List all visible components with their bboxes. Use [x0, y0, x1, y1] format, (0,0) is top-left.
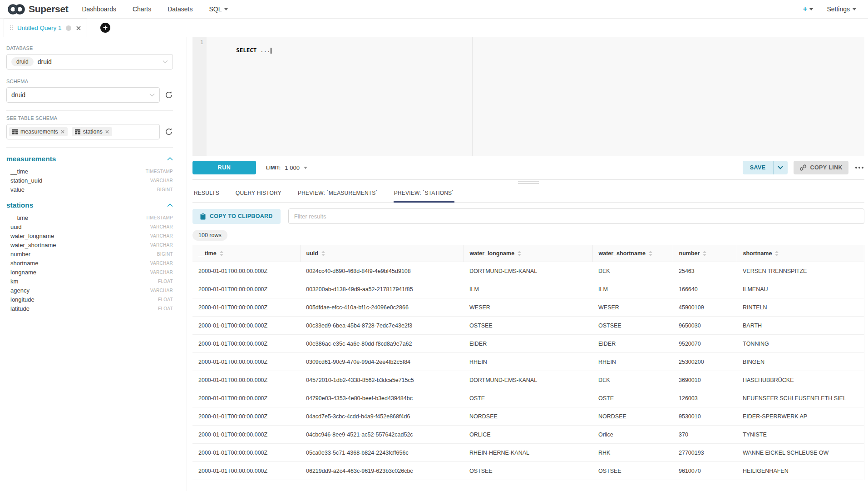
copy-link-button[interactable]: COPY LINK — [794, 161, 848, 174]
cell-time: 2000-01-01T00:00:00.000Z — [192, 335, 300, 353]
cell-number: 9610070 — [673, 462, 737, 480]
column-type: FLOAT — [158, 279, 173, 284]
schema-column-row: shortname VARCHAR — [6, 258, 173, 268]
refresh-tables-icon[interactable] — [165, 128, 173, 136]
filter-results-input[interactable] — [288, 208, 864, 224]
nav-charts[interactable]: Charts — [133, 5, 151, 13]
database-label: DATABASE — [6, 45, 173, 51]
tab-results[interactable]: RESULTS — [193, 185, 220, 203]
cell-number: 45900109 — [673, 298, 737, 317]
pane-resize-handle[interactable] — [192, 180, 864, 185]
nav-dashboards[interactable]: Dashboards — [82, 5, 116, 13]
column-header[interactable]: shortname — [737, 245, 864, 262]
sort-icon[interactable] — [775, 251, 779, 256]
cell-water-shortname: RHK — [592, 444, 673, 462]
schema-value: druid — [11, 91, 25, 99]
remove-table-icon[interactable] — [61, 130, 64, 134]
column-header-label: __time — [198, 250, 217, 257]
drag-handle-icon[interactable] — [10, 25, 13, 30]
sort-icon[interactable] — [518, 251, 521, 256]
cell-shortname: BARTH — [737, 317, 864, 335]
selected-table-tag: measurements — [9, 127, 68, 136]
superset-logo[interactable]: Superset — [7, 4, 68, 15]
column-name: station_uuid — [10, 177, 42, 184]
cell-water-shortname: Orlice — [592, 426, 673, 444]
schema-column-row: value BIGINT — [6, 185, 173, 194]
save-button[interactable]: SAVE — [743, 161, 788, 174]
table-row: 2000-01-01T00:00:00.000Z 0309cd61-90c9-4… — [192, 353, 864, 371]
cell-shortname: NEUENSEER SCHLEUSENFLETH SIEL — [737, 389, 864, 407]
table-row: 2000-01-01T00:00:00.000Z 005dfdae-efcc-4… — [192, 298, 864, 317]
column-header[interactable]: water_longname — [464, 245, 592, 262]
run-button[interactable]: RUN — [192, 161, 256, 174]
cell-uuid: 04790e03-4353-4e80-beef-b3ed439484bc — [300, 389, 464, 407]
sort-icon[interactable] — [703, 251, 706, 256]
column-name: uuid — [10, 223, 22, 230]
superset-infinity-icon — [7, 4, 25, 15]
measurements-columns: __time TIMESTAMP station_uuid VARCHAR va… — [6, 167, 173, 194]
chevron-up-icon[interactable] — [167, 157, 173, 161]
new-item-button[interactable]: + — [803, 5, 813, 14]
tab-preview-stations[interactable]: PREVIEW: `STATIONS` — [394, 185, 454, 203]
line-number: 1 — [192, 39, 203, 46]
selected-table-tag: stations — [72, 127, 112, 136]
table-header-row: __time uuid — [192, 245, 864, 262]
column-header[interactable]: uuid — [300, 245, 464, 262]
cell-shortname: TÖNNING — [737, 335, 864, 353]
tab-preview-measurements[interactable]: PREVIEW: `MEASUREMENTS` — [297, 185, 378, 203]
cell-uuid: 04cbc946-8ee9-4521-ac52-557642cad52c — [300, 426, 464, 444]
sort-icon[interactable] — [220, 251, 223, 256]
database-select[interactable]: druid druid — [6, 54, 173, 69]
copy-to-clipboard-button[interactable]: COPY TO CLIPBOARD — [192, 209, 281, 224]
cell-water-longname: NORDSEE — [464, 407, 592, 426]
column-header-label: water_shortname — [599, 250, 646, 257]
refresh-schema-icon[interactable] — [165, 91, 173, 99]
table-schema-select[interactable]: measurements stations — [6, 124, 160, 139]
table-schema-label: SEE TABLE SCHEMA — [6, 115, 173, 121]
column-header[interactable]: water_shortname — [592, 245, 673, 262]
nav-sql-dropdown[interactable]: SQL — [209, 5, 228, 13]
tab-query-history[interactable]: QUERY HISTORY — [235, 185, 282, 203]
caret-down-icon — [809, 8, 813, 10]
column-name: value — [10, 186, 25, 193]
stations-columns: __time TIMESTAMP uuid VARCHAR water_long… — [6, 213, 173, 313]
cell-water-longname: OSTSEE — [464, 317, 592, 335]
limit-dropdown[interactable]: LIMIT: 1 000 — [266, 164, 307, 171]
cell-time: 2000-01-01T00:00:00.000Z — [192, 389, 300, 407]
save-dropdown-chevron-icon[interactable] — [774, 161, 788, 174]
column-header[interactable]: __time — [192, 245, 300, 262]
sort-icon[interactable] — [321, 251, 325, 256]
column-header[interactable]: number — [673, 245, 737, 262]
query-status-dot — [66, 25, 71, 31]
cell-uuid: 003200ab-d138-49d9-aa52-217817941f85 — [300, 280, 464, 298]
schema-column-row: km FLOAT — [6, 277, 173, 286]
sort-icon[interactable] — [649, 251, 652, 256]
nav-datasets[interactable]: Datasets — [168, 5, 192, 13]
chevron-up-icon[interactable] — [167, 203, 173, 207]
table-section-title-measurements[interactable]: measurements — [6, 155, 56, 163]
cell-number: 126003 — [673, 389, 737, 407]
cell-shortname: VERSEN TRENNSPITZE — [737, 262, 864, 280]
cell-time: 2000-01-01T00:00:00.000Z — [192, 462, 300, 480]
editor-code-area[interactable]: SELECT ... — [207, 37, 864, 156]
query-tab-active[interactable]: Untitled Query 1 — [4, 19, 87, 37]
cell-number: 9520070 — [673, 335, 737, 353]
sql-editor[interactable]: 1 SELECT ... — [192, 37, 864, 156]
more-menu-icon[interactable] — [854, 164, 864, 171]
schema-column-row: station_uuid VARCHAR — [6, 176, 173, 185]
table-row: 2000-01-01T00:00:00.000Z 00c33ed9-6bea-4… — [192, 317, 864, 335]
remove-table-icon[interactable] — [105, 130, 109, 134]
add-query-tab-button[interactable] — [100, 23, 110, 33]
cell-water-shortname: DEK — [592, 262, 673, 280]
column-type: FLOAT — [158, 306, 173, 311]
column-name: __time — [10, 168, 28, 175]
workspace: DATABASE druid druid SCHEMA druid — [0, 37, 868, 491]
schema-select[interactable]: druid — [6, 87, 160, 103]
cell-water-shortname: OSTE — [592, 389, 673, 407]
cell-number: 25463 — [673, 262, 737, 280]
close-tab-icon[interactable] — [76, 26, 81, 30]
table-section-title-stations[interactable]: stations — [6, 201, 33, 209]
settings-menu[interactable]: Settings — [827, 5, 856, 13]
column-type: BIGINT — [157, 187, 173, 192]
cell-water-shortname: OSTSEE — [592, 317, 673, 335]
